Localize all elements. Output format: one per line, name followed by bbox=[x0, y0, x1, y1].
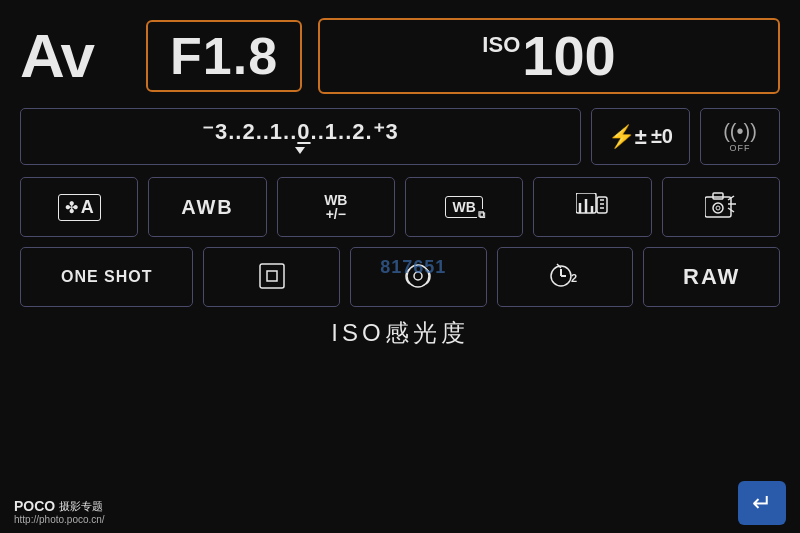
svg-rect-15 bbox=[260, 264, 284, 288]
wb-bracket-cell[interactable]: WB ⧉ bbox=[405, 177, 523, 237]
svg-rect-8 bbox=[705, 197, 731, 217]
aperture-display: F1.8 bbox=[146, 20, 302, 92]
wifi-content: ((•)) OFF bbox=[723, 120, 757, 153]
wb-bracket-icon: WB ⧉ bbox=[445, 196, 482, 218]
picture-style-cell[interactable] bbox=[533, 177, 651, 237]
bottom-label: ISO感光度 bbox=[20, 317, 780, 349]
wifi-icon: ((•)) bbox=[723, 120, 757, 143]
drive-cell[interactable]: 2 bbox=[497, 247, 634, 307]
wifi-status: OFF bbox=[730, 143, 751, 153]
metering-cell[interactable]: ✤ A bbox=[20, 177, 138, 237]
ev-row: ⁻3..2..1..0..1..2.⁺3 ⚡± ±0 ((•)) OFF bbox=[20, 108, 780, 165]
svg-rect-16 bbox=[267, 271, 277, 281]
iso-label: ISO bbox=[482, 32, 520, 58]
iso-display: ISO 100 bbox=[318, 18, 780, 94]
flash-value: ±0 bbox=[651, 125, 673, 148]
back-arrow-icon: ↵ bbox=[752, 489, 772, 517]
svg-point-18 bbox=[414, 272, 422, 280]
flash-compensation-box[interactable]: ⚡± ±0 bbox=[591, 108, 690, 165]
ev-scale-text: ⁻3..2..1..0..1..2.⁺3 bbox=[202, 119, 399, 145]
poco-brand: POCO 摄影专题 http://photo.poco.cn/ bbox=[14, 498, 105, 525]
poco-url: http://photo.poco.cn/ bbox=[14, 514, 105, 525]
camera-screen: 817651 Av F1.8 ISO 100 ⁻3..2..1..0..1..2… bbox=[0, 0, 800, 533]
raw-cell[interactable]: RAW bbox=[643, 247, 780, 307]
settings-row-1: ✤ A AWB WB+/− WB ⧉ bbox=[20, 177, 780, 237]
settings-row-2: ONE SHOT bbox=[20, 247, 780, 307]
ev-scale-container: ⁻3..2..1..0..1..2.⁺3 bbox=[202, 119, 399, 145]
poco-title: POCO 摄影专题 bbox=[14, 498, 105, 514]
svg-point-11 bbox=[716, 206, 720, 210]
iso-value: 100 bbox=[522, 28, 615, 84]
live-view-cell[interactable] bbox=[350, 247, 487, 307]
metering-icon: ✤ A bbox=[58, 194, 101, 221]
af-point-cell[interactable] bbox=[203, 247, 340, 307]
poco-subtitle: 摄影专题 bbox=[59, 499, 103, 514]
wb-adjust-label: WB+/− bbox=[324, 193, 347, 221]
wb-adjust-cell[interactable]: WB+/− bbox=[277, 177, 395, 237]
awb-cell[interactable]: AWB bbox=[148, 177, 266, 237]
svg-rect-9 bbox=[713, 193, 723, 199]
camera-settings-icon bbox=[705, 192, 737, 223]
top-row: Av F1.8 ISO 100 bbox=[20, 18, 780, 94]
picture-style-icon bbox=[576, 193, 608, 221]
footer: POCO 摄影专题 http://photo.poco.cn/ ↵ bbox=[14, 481, 786, 525]
back-button[interactable]: ↵ bbox=[738, 481, 786, 525]
flash-icon: ⚡± bbox=[608, 124, 647, 150]
poco-logo: POCO bbox=[14, 498, 55, 514]
live-view-icon bbox=[403, 262, 433, 293]
camera-settings-cell[interactable] bbox=[662, 177, 780, 237]
one-shot-label: ONE SHOT bbox=[61, 268, 153, 286]
awb-label: AWB bbox=[181, 196, 234, 219]
one-shot-cell[interactable]: ONE SHOT bbox=[20, 247, 193, 307]
ev-scale-box[interactable]: ⁻3..2..1..0..1..2.⁺3 bbox=[20, 108, 581, 165]
svg-point-10 bbox=[713, 203, 723, 213]
raw-label: RAW bbox=[683, 264, 740, 290]
af-point-icon bbox=[258, 262, 286, 293]
wifi-box[interactable]: ((•)) OFF bbox=[700, 108, 780, 165]
drive-icon: 2 bbox=[549, 262, 581, 293]
mode-label: Av bbox=[20, 25, 130, 87]
svg-point-17 bbox=[407, 265, 429, 287]
svg-text:2: 2 bbox=[571, 272, 577, 284]
